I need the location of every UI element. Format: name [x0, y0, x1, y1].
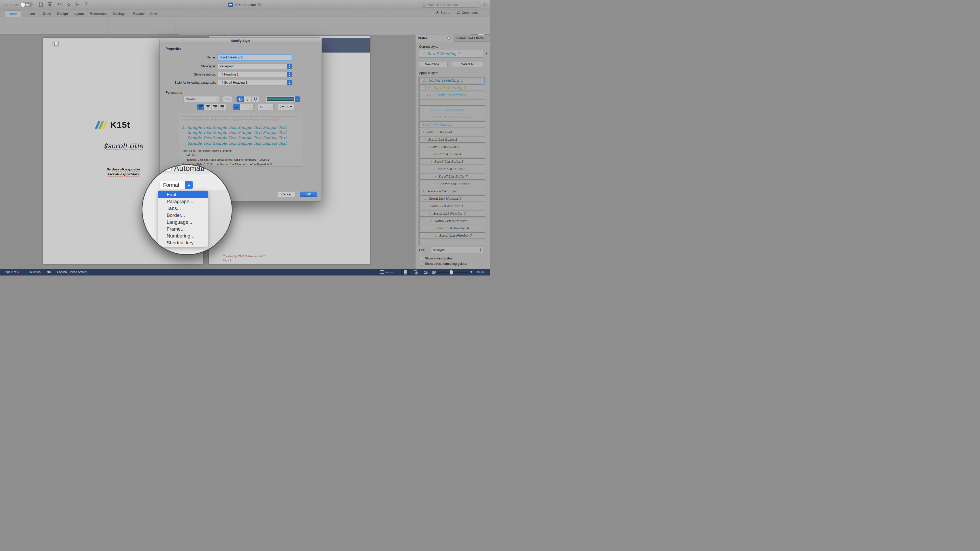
style-list-item[interactable]: 1.Scroll List Number 7 [419, 232, 485, 239]
format-menu-item-paragraph[interactable]: Paragraph... [158, 198, 208, 205]
ribbon-tab-draw[interactable]: Draw [40, 11, 54, 17]
style-list-item[interactable]: 1.Scroll List Number 4 [419, 210, 485, 217]
word-count[interactable]: 36 words [29, 270, 41, 273]
show-direct-formatting-row[interactable]: Show direct formatting guides [420, 262, 467, 265]
style-list-item[interactable]: i.Scroll List Number 6 [419, 225, 485, 231]
style-list-item[interactable]: •Scroll List Bullet 2 [419, 136, 485, 143]
undo-icon[interactable]: ↶▾ [57, 2, 62, 7]
style-list-item[interactable]: •Scroll List Bullet 3 [419, 144, 485, 150]
zoom-in-icon[interactable]: + [470, 270, 473, 274]
cancel-button[interactable]: Cancel [278, 192, 295, 197]
dialog-justify-button[interactable] [219, 104, 226, 110]
format-menu-item-tabs[interactable]: Tabs... [158, 205, 208, 212]
format-menu-item-numbering[interactable]: Numbering... [158, 232, 208, 239]
ribbon-tab-home[interactable]: Home [5, 11, 21, 17]
dialog-align-right-button[interactable] [212, 104, 219, 110]
dialog-font-color-control[interactable]: ⌄ [266, 96, 301, 102]
style-list-item[interactable]: •Scroll List Bullet 5 [419, 159, 485, 165]
ribbon-tab-insert[interactable]: Insert [24, 11, 38, 17]
content-control-icon[interactable] [52, 41, 59, 47]
format-menu-item-font[interactable]: Font... [158, 191, 208, 198]
tab-styles[interactable]: Styles ✕ [415, 35, 454, 41]
outline-view-button[interactable] [422, 269, 430, 275]
ok-button[interactable]: OK [300, 192, 317, 197]
search-input[interactable]: ▾ Search in Document [421, 2, 479, 8]
style-list-item[interactable]: 1.1.Scroll Heading 2 [419, 84, 485, 91]
style-list-item[interactable]: •Scroll List Bullet [419, 129, 485, 135]
current-style-chevron-icon[interactable]: ▼ [485, 52, 488, 55]
ribbon-tab-view[interactable]: View [146, 11, 160, 17]
new-document-icon[interactable] [39, 2, 43, 7]
dialog-underline-button[interactable]: U [251, 97, 259, 102]
ribbon-tab-review[interactable]: Review [130, 11, 148, 17]
style-name-input[interactable]: Scroll Heading 1 [218, 55, 292, 60]
dialog-align-center-button[interactable] [204, 104, 212, 110]
toolbar-options-icon[interactable] [85, 3, 88, 5]
decrease-space-before-button[interactable]: ▼≡▲≡ [266, 104, 273, 110]
dialog-increase-indent-button[interactable]: ▶ [286, 104, 294, 110]
print-layout-view-button[interactable] [401, 269, 410, 275]
format-chevron-icon[interactable]: ⌄ [185, 181, 193, 189]
web-layout-view-button[interactable] [411, 269, 420, 275]
new-style-button[interactable]: New Style... [419, 61, 448, 67]
ribbon-tab-references[interactable]: References [87, 11, 110, 17]
tab-format-text-effects[interactable]: Format Text Effects [454, 35, 486, 41]
redo-icon[interactable]: ↻ [67, 2, 71, 7]
page-indicator[interactable]: Page 2 of 5 [3, 270, 19, 273]
current-style-dropdown[interactable]: 1. Scroll Heading 1 [419, 50, 484, 58]
share-button[interactable]: Share [436, 11, 449, 14]
single-spacing-button[interactable] [233, 104, 240, 110]
style-list-item[interactable]: 1.1.1.1.Scroll Heading 4 [419, 99, 485, 106]
based-on-dropdown[interactable]: ¶ Heading 1 ▲▼ [218, 72, 292, 77]
style-type-dropdown[interactable]: Paragraph ▲▼ [218, 64, 292, 69]
format-button[interactable]: Format [159, 181, 185, 189]
following-dropdown[interactable]: ¶ Scroll Heading 1 ▲▼ [218, 80, 292, 86]
one-half-spacing-button[interactable] [240, 104, 247, 110]
show-direct-formatting-checkbox[interactable] [420, 262, 423, 265]
show-styles-guides-checkbox[interactable] [420, 257, 423, 260]
format-menu-item-frame[interactable]: Frame... [158, 225, 208, 232]
ribbon-tab-mailings[interactable]: Mailings [110, 11, 129, 17]
style-list-item[interactable]: Scroll Info Normal [419, 121, 485, 128]
style-list-item[interactable]: i.Scroll List Number 3 [419, 203, 485, 209]
focus-button[interactable]: Focus [380, 270, 393, 274]
dialog-decrease-indent-button[interactable]: ◀ [278, 104, 286, 110]
zoom-percentage[interactable]: 107% [477, 270, 484, 273]
style-list-item[interactable]: •Scroll List Bullet 6 [419, 166, 485, 172]
dialog-font-combo[interactable]: Caveat ▾ [183, 96, 219, 102]
double-spacing-button[interactable] [247, 104, 253, 110]
ribbon-tab-layout[interactable]: Layout [70, 11, 87, 17]
save-icon[interactable] [48, 2, 52, 6]
style-list-item[interactable]: 1.Scroll Heading 1 [419, 77, 485, 83]
proofing-speaker-icon[interactable] [47, 270, 51, 274]
style-list-item[interactable]: •Scroll List Bullet 8 [419, 181, 485, 187]
list-filter-dropdown[interactable]: All styles ▲▼ [430, 247, 484, 253]
dialog-bold-button[interactable]: B [237, 97, 244, 102]
style-list-item[interactable]: 1.1.1.1.1.1.Scroll Heading 6 [419, 114, 485, 121]
show-styles-guides-row[interactable]: Show styles guides [420, 257, 452, 260]
style-list-item[interactable]: 1.1.1.1.1.Scroll Heading 5 [419, 106, 485, 113]
zoom-out-icon[interactable]: - [432, 270, 433, 274]
style-list-item[interactable]: 1.Scroll List Number [419, 188, 485, 194]
format-menu-item-language[interactable]: Language... [158, 219, 208, 225]
format-menu-item-shortcut-key[interactable]: Shortcut key... [158, 239, 208, 246]
increase-space-before-button[interactable]: ▲≡▼≡ [258, 104, 266, 110]
dialog-align-left-button[interactable] [197, 104, 204, 110]
print-icon[interactable] [76, 2, 80, 6]
style-list-item[interactable]: •Scroll List Bullet 7 [419, 173, 485, 179]
format-menu-item-border[interactable]: Border... [158, 212, 208, 219]
language-indicator[interactable]: English (United States) [57, 270, 87, 273]
close-icon[interactable]: ✕ [447, 36, 451, 40]
style-list-item[interactable]: a.Scroll List Number 5 [419, 218, 485, 224]
zoom-slider-knob[interactable] [450, 270, 453, 275]
autosave-toggle[interactable]: OFF [21, 2, 33, 7]
style-list-item[interactable]: •Scroll List Bullet 4 [419, 151, 485, 157]
comments-button[interactable]: Comments [457, 11, 478, 14]
dialog-size-combo[interactable]: 18 ▾ [223, 96, 232, 102]
dialog-italic-button[interactable]: I [244, 97, 251, 102]
style-list-item[interactable] [419, 240, 485, 245]
select-all-button[interactable]: Select All [452, 61, 484, 67]
ribbon-tab-design[interactable]: Design [54, 11, 71, 17]
style-list-item[interactable]: 1.1.1.Scroll Heading 3 [419, 92, 485, 98]
feedback-smiley-icon[interactable]: ☺ ▾ [482, 2, 488, 6]
